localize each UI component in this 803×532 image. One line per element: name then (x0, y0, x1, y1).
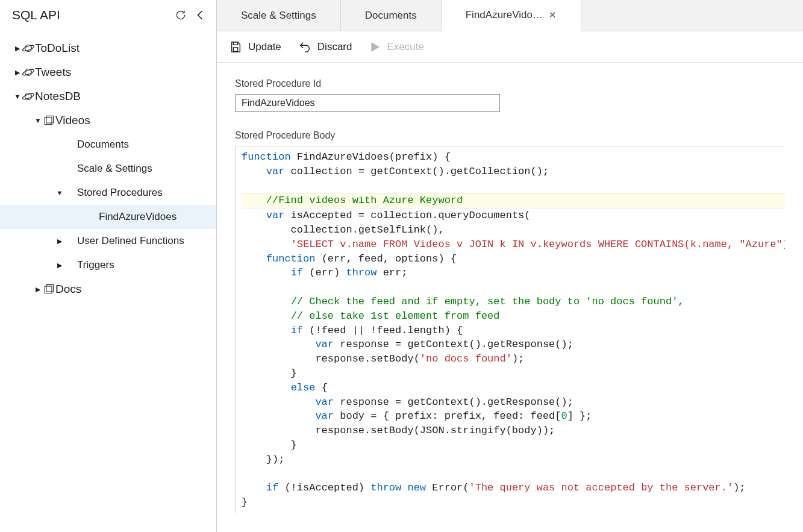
sproc-id-input[interactable] (235, 94, 500, 112)
svg-rect-9 (46, 285, 54, 292)
tree-node-label: Tweets (35, 66, 71, 79)
tab-label: FindAzureVido… (466, 9, 543, 21)
planet-icon (22, 66, 35, 79)
resource-tree: ▶ToDoList▶Tweets▼NotesDB▼VideosDocuments… (0, 30, 216, 301)
execute-button: Execute (369, 41, 423, 53)
tree-node-label: NotesDB (35, 90, 81, 103)
code-line: else { (242, 381, 785, 395)
editor-toolbar: Update Discard Execute (217, 31, 803, 63)
sidebar-title: SQL API (12, 8, 173, 22)
tree-node-label: Stored Procedures (77, 187, 163, 199)
code-line: var collection = getContext().getCollect… (242, 164, 785, 179)
tree-node[interactable]: Scale & Settings (0, 157, 216, 181)
code-line: function (err, feed, options) { (242, 252, 785, 266)
code-line: } (242, 438, 785, 452)
chevron-right-icon[interactable]: ▶ (34, 286, 42, 293)
collection-icon (42, 283, 55, 295)
save-icon (229, 40, 242, 54)
collapse-sidebar-icon[interactable] (192, 7, 208, 23)
tree-node[interactable]: ▼Videos (0, 108, 216, 133)
tree-node[interactable]: ▶Tweets (0, 60, 216, 84)
main-panel: Scale & SettingsDocumentsFindAzureVido…✕… (217, 0, 803, 532)
svg-point-1 (22, 45, 34, 52)
tree-node-label: Documents (77, 139, 129, 151)
tree-node[interactable]: ▼NotesDB (0, 84, 216, 108)
code-line: } (242, 495, 785, 510)
chevron-right-icon[interactable]: ▶ (13, 45, 22, 52)
code-line: var response = getContext().getResponse(… (242, 337, 785, 352)
svg-rect-10 (233, 42, 237, 45)
close-icon[interactable]: ✕ (549, 10, 557, 20)
svg-marker-12 (372, 43, 379, 51)
code-line: response.setBody('no docs found'); (242, 352, 785, 366)
tree-node[interactable]: ▶User Defined Functions (0, 229, 216, 253)
code-line: // else take 1st element from feed (242, 309, 785, 324)
chevron-right-icon[interactable]: ▶ (55, 261, 64, 269)
tree-node-label: ToDoList (35, 42, 80, 55)
svg-rect-7 (46, 116, 54, 124)
code-line: 'SELECT v.name FROM Videos v JOIN k IN v… (242, 237, 785, 252)
tree-node[interactable]: Documents (0, 133, 216, 157)
tree-node-label: Videos (55, 114, 90, 127)
svg-point-3 (22, 69, 34, 77)
code-line: if (!isAccepted) throw new Error('The qu… (242, 481, 785, 495)
refresh-icon[interactable] (173, 7, 189, 23)
planet-icon (22, 42, 35, 55)
code-line: var response = getContext().getResponse(… (242, 395, 785, 410)
tab-label: Scale & Settings (241, 10, 316, 22)
tree-node-label: FindAzureVidoes (99, 211, 177, 223)
svg-point-5 (22, 93, 34, 101)
editor-tabs-bar: Scale & SettingsDocumentsFindAzureVido…✕ (217, 0, 803, 31)
code-line: }); (242, 452, 785, 467)
sproc-body-label: Stored Procedure Body (235, 130, 785, 141)
tree-node[interactable]: ▶Docs (0, 277, 216, 301)
tree-node-label: Docs (55, 283, 81, 296)
tree-node[interactable]: ▼Stored Procedures (0, 181, 216, 205)
code-line: // Check the feed and if empty, set the … (242, 295, 785, 309)
chevron-down-icon[interactable]: ▼ (13, 93, 22, 100)
editor-tab[interactable]: Scale & Settings (217, 0, 341, 31)
code-line: if (err) throw err; (242, 266, 785, 280)
tree-node[interactable]: FindAzureVidoes (0, 205, 216, 229)
tree-node-label: User Defined Functions (77, 235, 184, 247)
resource-tree-sidebar: SQL API ▶ToDoList▶Tweets▼NotesDB▼VideosD… (0, 0, 217, 532)
code-line: collection.getSelfLink(), (242, 223, 785, 237)
update-button-label: Update (248, 41, 281, 53)
code-line: function FindAzureVidoes(prefix) { (242, 150, 785, 164)
code-line: } (242, 366, 785, 381)
code-line: response.setBody(JSON.stringify(body)); (242, 424, 785, 438)
update-button[interactable]: Update (229, 40, 281, 54)
editor-tab[interactable]: FindAzureVido…✕ (442, 0, 581, 31)
chevron-right-icon[interactable]: ▶ (55, 237, 64, 245)
execute-button-label: Execute (387, 41, 423, 53)
discard-button-label: Discard (317, 41, 352, 53)
tree-node-label: Triggers (77, 259, 114, 271)
planet-icon (22, 90, 35, 103)
code-line (242, 280, 785, 295)
editor-content: Stored Procedure Id Stored Procedure Bod… (217, 63, 803, 529)
tree-node[interactable]: ▶Triggers (0, 253, 216, 277)
tab-label: Documents (365, 10, 417, 22)
chevron-down-icon[interactable]: ▼ (34, 117, 42, 124)
svg-rect-6 (45, 117, 52, 125)
sproc-body-editor[interactable]: function FindAzureVidoes(prefix) { var c… (235, 146, 785, 513)
svg-rect-8 (45, 286, 52, 293)
discard-button[interactable]: Discard (298, 40, 352, 54)
sproc-id-label: Stored Procedure Id (235, 78, 785, 89)
collection-icon (42, 114, 55, 127)
code-line: //Find videos with Azure Keyword (242, 193, 785, 208)
tree-node[interactable]: ▶ToDoList (0, 36, 216, 60)
code-line: var isAccepted = collection.queryDocumen… (242, 208, 785, 223)
editor-tab[interactable]: Documents (341, 0, 442, 31)
sidebar-header: SQL API (0, 0, 216, 30)
code-line (242, 179, 785, 193)
code-line: var body = { prefix: prefix, feed: feed[… (242, 409, 785, 424)
code-line: if (!feed || !feed.length) { (242, 324, 785, 338)
svg-rect-11 (233, 47, 237, 51)
chevron-down-icon[interactable]: ▼ (55, 189, 64, 196)
tree-node-label: Scale & Settings (77, 163, 152, 175)
undo-icon (298, 40, 311, 54)
play-icon (369, 41, 381, 53)
chevron-right-icon[interactable]: ▶ (13, 69, 22, 77)
code-line (242, 467, 785, 481)
